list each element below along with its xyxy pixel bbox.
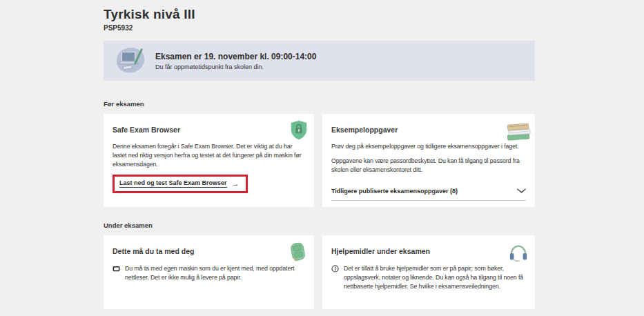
annotation-highlight-box: Last ned og test Safe Exam Browser → xyxy=(113,175,248,193)
card-body: Denne eksamen foregår i Safe Exam Browse… xyxy=(113,142,305,169)
books-icon xyxy=(506,120,531,142)
shield-lock-icon xyxy=(290,119,308,141)
accordion-label: Tidligere publiserte eksamensoppgaver (8… xyxy=(331,188,458,195)
laptop-pencil-icon xyxy=(115,46,146,76)
card-safe-exam-browser: Safe Exam Browser Denne eksamen foregår … xyxy=(104,114,314,207)
card-title: Dette må du ta med deg xyxy=(113,247,305,255)
laptop-icon xyxy=(113,266,120,273)
exam-date-banner: Eksamen er 19. november kl. 09:00-14:00 … xyxy=(104,41,535,81)
section-label-before-exam: Før eksamen xyxy=(104,100,535,108)
page-title: Tyrkisk nivå III xyxy=(104,7,535,22)
card-title: Eksempeloppgaver xyxy=(331,126,526,134)
card-body: Prøv deg på eksempeloppgaver og tidliger… xyxy=(331,142,526,151)
headphones-icon xyxy=(508,243,529,264)
bring-item: Du må ta med egen maskin som du er kjent… xyxy=(113,264,305,282)
exam-date-heading: Eksamen er 19. november kl. 09:00-14:00 xyxy=(155,52,316,61)
exam-detail-page: Tyrkisk nivå III PSP5932 Eksamen er 19. … xyxy=(104,0,535,309)
aids-info: Det er tillatt å bruke hjelpemidler som … xyxy=(331,264,526,291)
seb-download-link[interactable]: Last ned og test Safe Exam Browser → xyxy=(119,179,240,188)
previous-exam-papers-accordion[interactable]: Tidligere publiserte eksamensoppgaver (8… xyxy=(331,188,526,201)
aids-info-text: Det er tillatt å bruke hjelpemidler som … xyxy=(344,264,526,291)
exam-date-subtext: Du får oppmøtetidspunkt fra skolen din. xyxy=(155,63,316,70)
bring-item-text: Du må ta med egen maskin som du er kjent… xyxy=(125,264,305,282)
before-exam-cards: Safe Exam Browser Denne eksamen foregår … xyxy=(104,114,535,207)
card-title: Hjelpemidler under eksamen xyxy=(331,247,526,255)
arrow-right-icon: → xyxy=(232,179,240,188)
info-icon xyxy=(331,265,339,273)
seb-download-link-label: Last ned og test Safe Exam Browser xyxy=(119,179,227,188)
card-bring-with-you: Dette må du ta med deg Du må ta med egen… xyxy=(104,235,314,309)
backpack-icon xyxy=(289,241,307,262)
card-eksempeloppgaver: Eksempeloppgaver Prøv deg på eksempelopp… xyxy=(322,114,535,207)
banner-text: Eksamen er 19. november kl. 09:00-14:00 … xyxy=(155,52,316,70)
card-hjelpemidler: Hjelpemidler under eksamen Det er tillat… xyxy=(322,235,535,309)
section-label-during-exam: Under eksamen xyxy=(104,221,535,229)
during-exam-cards: Dette må du ta med deg Du må ta med egen… xyxy=(104,235,535,309)
chevron-down-icon xyxy=(517,188,526,194)
subject-code: PSP5932 xyxy=(104,24,535,32)
card-body: Oppgavene kan være passordbeskyttet. Du … xyxy=(331,157,526,175)
card-title: Safe Exam Browser xyxy=(113,126,305,134)
